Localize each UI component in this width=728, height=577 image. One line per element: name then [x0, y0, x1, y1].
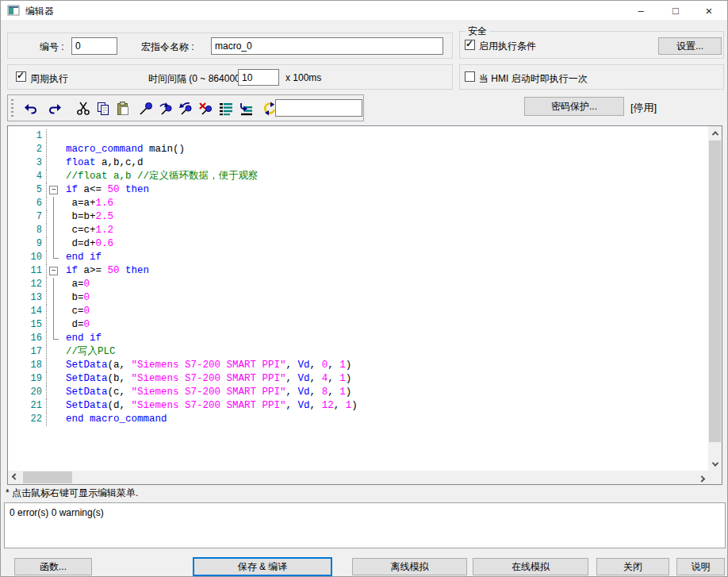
code-line: 12 a=0	[8, 278, 708, 291]
line-number: 18	[8, 359, 47, 372]
macro-id-input[interactable]	[71, 37, 117, 55]
minimize-button[interactable]: –	[623, 1, 659, 20]
scroll-left-button[interactable]	[8, 471, 21, 484]
functions-button[interactable]: 函数...	[14, 558, 92, 575]
code-line: 19SetData(b, "Siemens S7-200 SMART PPI",…	[8, 372, 708, 386]
close-button[interactable]: ×	[691, 1, 727, 20]
code-text: a=0	[66, 278, 90, 291]
fold-column	[47, 170, 66, 183]
help-button[interactable]: 说明	[676, 558, 725, 575]
fold-toggle-icon[interactable]: −	[49, 186, 58, 194]
line-number: 15	[8, 318, 47, 332]
fold-column: −	[47, 264, 66, 278]
offline-simulation-button[interactable]: 离线模拟	[352, 558, 467, 575]
undo-icon[interactable]	[21, 98, 40, 118]
line-number: 3	[8, 156, 47, 170]
line-number: 7	[8, 210, 47, 224]
code-text: c=c+1.2	[66, 224, 113, 237]
code-line: 13 b=0	[8, 291, 708, 305]
code-line: 9 d=d+0.6	[8, 237, 708, 251]
line-number: 19	[8, 372, 47, 386]
code-text: d=0	[66, 318, 90, 332]
code-line: 14 c=0	[8, 305, 708, 318]
fold-column	[47, 345, 66, 359]
bookmark-clear-icon[interactable]	[195, 98, 215, 118]
toolbar-search-input[interactable]	[275, 99, 362, 117]
password-protect-button[interactable]: 密码保护...	[524, 97, 624, 116]
settings-button[interactable]: 设置...	[658, 37, 722, 55]
interval-label: 时间间隔 (0 ~ 864000) :	[148, 72, 248, 86]
bookmark-next-icon[interactable]	[155, 98, 175, 118]
enable-condition-checkbox[interactable]	[465, 40, 475, 50]
fold-column	[47, 129, 66, 143]
scroll-right-button[interactable]	[695, 471, 708, 484]
copy-icon[interactable]	[93, 98, 113, 118]
fold-column	[47, 197, 66, 210]
code-text: b=0	[66, 291, 90, 305]
line-number: 20	[8, 386, 47, 399]
line-number: 21	[8, 399, 47, 413]
vertical-scroll-thumb[interactable]	[709, 140, 721, 442]
paste-icon[interactable]	[113, 98, 132, 118]
horizontal-scroll-thumb[interactable]	[23, 471, 72, 483]
line-number: 12	[8, 278, 47, 291]
code-line: 1	[8, 129, 708, 143]
indent-icon[interactable]	[236, 98, 255, 118]
periodic-checkbox[interactable]	[16, 71, 26, 82]
enable-condition-label: 启用执行条件	[479, 40, 536, 53]
fold-column	[47, 156, 66, 170]
scroll-down-button[interactable]	[708, 457, 722, 471]
line-number: 5	[8, 183, 47, 197]
fold-column: −	[47, 183, 66, 197]
security-group: 安全 启用执行条件 设置...	[459, 31, 724, 59]
compile-message: 0 error(s) 0 warning(s)	[10, 507, 104, 518]
line-number: 2	[8, 143, 47, 156]
run-once-checkbox[interactable]	[465, 71, 475, 82]
line-number: 16	[8, 332, 47, 345]
vertical-scrollbar[interactable]	[708, 126, 722, 471]
line-number: 22	[8, 413, 47, 426]
code-text: end macro_command	[66, 413, 167, 426]
bookmark-prev-icon[interactable]	[175, 98, 195, 118]
bookmark-list-icon[interactable]	[216, 98, 236, 118]
code-line: 18SetData(a, "Siemens S7-200 SMART PPI",…	[8, 359, 708, 372]
cut-icon[interactable]	[73, 98, 93, 118]
line-number: 13	[8, 291, 47, 305]
line-number: 9	[8, 237, 47, 251]
code-editor[interactable]: 12macro_command main()3float a,b,c,d4//f…	[7, 125, 722, 485]
fold-toggle-icon[interactable]: −	[49, 267, 58, 275]
code-text: if a<= 50 then	[66, 183, 149, 197]
interval-input[interactable]	[238, 69, 279, 86]
periodic-panel: 周期执行 时间间隔 (0 ~ 864000) : x 100ms	[7, 64, 453, 90]
scroll-up-button[interactable]	[708, 126, 722, 140]
horizontal-scrollbar[interactable]	[8, 471, 708, 484]
macro-name-input[interactable]	[211, 37, 443, 55]
online-simulation-button[interactable]: 在线模拟	[473, 558, 588, 575]
fold-column	[47, 237, 66, 251]
fold-column	[47, 210, 66, 224]
password-state: [停用]	[630, 101, 657, 115]
bookmark-toggle-icon[interactable]	[136, 98, 155, 118]
fold-column	[47, 413, 66, 426]
redo-icon[interactable]	[44, 98, 64, 118]
scrollbar-corner	[708, 471, 722, 484]
line-number: 10	[8, 251, 47, 264]
fold-column	[47, 224, 66, 237]
maximize-button[interactable]: □	[657, 1, 694, 20]
code-line: 17//写入PLC	[8, 345, 708, 359]
fold-column	[47, 291, 66, 305]
code-line: 4//float a,b //定义循环数据，便于观察	[8, 170, 708, 183]
line-number: 6	[8, 197, 47, 210]
code-text: d=d+0.6	[66, 237, 113, 251]
fold-column	[47, 251, 66, 264]
code-view[interactable]: 12macro_command main()3float a,b,c,d4//f…	[8, 126, 708, 471]
line-number: 4	[8, 170, 47, 183]
save-compile-button[interactable]: 保存 & 编译	[193, 557, 332, 576]
app-icon	[7, 4, 20, 17]
close-dialog-button[interactable]: 关闭	[596, 558, 669, 575]
fold-column	[47, 372, 66, 386]
code-text: c=0	[66, 305, 90, 318]
code-line: 5−if a<= 50 then	[8, 183, 708, 197]
editor-toolbar	[7, 94, 364, 121]
run-once-panel: 当 HMI 启动时即执行一次	[459, 64, 724, 90]
